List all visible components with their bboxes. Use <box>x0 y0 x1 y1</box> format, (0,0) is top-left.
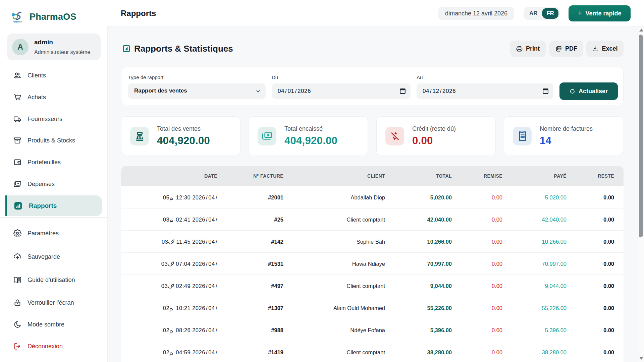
svg-text:POUR GESTION: POUR GESTION <box>14 22 21 23</box>
svg-text:PDF: PDF <box>558 47 561 49</box>
